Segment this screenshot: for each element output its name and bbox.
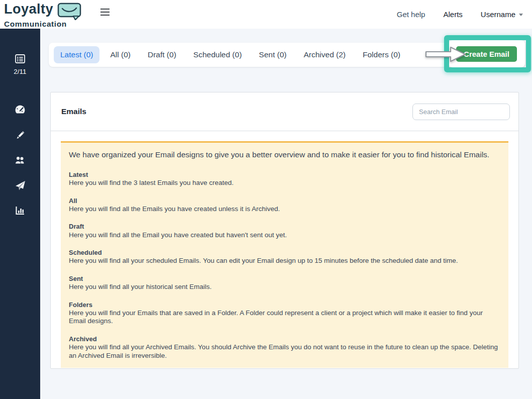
chevron-down-icon (519, 14, 523, 16)
info-section-sent: Sent Here you will find all your histori… (69, 275, 499, 291)
info-body: Here you will find all your Archived Ema… (69, 343, 499, 360)
info-section-latest: Latest Here you will find the 3 latest E… (69, 171, 499, 187)
tab-latest[interactable]: Latest (0) (54, 46, 99, 63)
info-section-scheduled: Scheduled Here you will find all your sc… (69, 249, 499, 265)
email-tabs: Latest (0) All (0) Draft (0) Scheduled (… (49, 43, 485, 67)
sidebar-item-send[interactable] (14, 179, 26, 191)
top-header: Loyalty Communication Get help Alerts Us… (0, 0, 532, 29)
sidebar-item-pages[interactable]: 2/11 (14, 53, 26, 75)
info-heading: Folders (69, 301, 499, 309)
info-section-archived: Archived Here you will find all your Arc… (69, 335, 499, 360)
username-label: Username (481, 10, 515, 19)
get-help-link[interactable]: Get help (397, 10, 425, 19)
info-section-all: All Here you will find all the Emails yo… (69, 197, 499, 214)
info-section-draft: Draft Here you will find all the Email y… (69, 223, 499, 239)
info-intro: We have organized your Email designs to … (69, 150, 499, 159)
emails-card-body: We have organized your Email designs to … (51, 131, 518, 378)
emails-card: Emails We have organized your Email desi… (50, 92, 519, 369)
logo-text-line1: Loyalty (4, 2, 53, 17)
tab-all[interactable]: All (0) (103, 46, 137, 63)
info-heading: All (69, 197, 499, 205)
info-heading: Sent (69, 275, 499, 283)
tab-archived[interactable]: Archived (2) (297, 46, 352, 63)
hamburger-menu-icon[interactable] (100, 8, 110, 20)
sidebar-item-statistics[interactable] (14, 205, 26, 217)
send-icon (14, 179, 26, 191)
app-screen: Loyalty Communication Get help Alerts Us… (0, 0, 532, 399)
info-heading: Draft (69, 223, 499, 231)
info-body: Here you will find all your historical s… (69, 283, 499, 291)
info-body: Here you will find all the Email you hav… (69, 231, 499, 239)
emails-card-header: Emails (51, 92, 518, 131)
sidebar-item-contacts[interactable] (14, 154, 26, 166)
info-section-folders: Folders Here you will find your Emails t… (69, 301, 499, 326)
tab-scheduled[interactable]: Scheduled (0) (187, 46, 249, 63)
header-nav: Get help Alerts Username (397, 0, 532, 29)
create-email-button[interactable]: Create Email (456, 46, 517, 62)
info-heading: Latest (69, 171, 499, 179)
info-body: Here you will find all your scheduled Em… (69, 257, 499, 265)
brand-logo[interactable]: Loyalty Communication (4, 2, 82, 29)
list-pages-icon (14, 53, 26, 67)
sidebar-item-dashboard[interactable] (14, 104, 26, 116)
pager-count: 2/11 (14, 68, 26, 75)
page-title: Emails (61, 107, 86, 116)
info-body: Here you will find the 3 latest Emails y… (69, 179, 499, 187)
username-dropdown[interactable]: Username (481, 10, 523, 19)
alerts-link[interactable]: Alerts (443, 10, 462, 19)
info-body: Here you will find your Emails that are … (69, 309, 499, 326)
tab-draft[interactable]: Draft (0) (141, 46, 183, 63)
compose-icon (14, 129, 26, 141)
info-heading: Archived (69, 335, 499, 343)
logo-text-line2: Communication (4, 20, 82, 29)
tab-folders[interactable]: Folders (0) (356, 46, 407, 63)
search-email-input[interactable] (412, 104, 510, 120)
info-body: Here you will find all the Emails you ha… (69, 205, 499, 213)
info-heading: Scheduled (69, 249, 499, 257)
statistics-icon (14, 205, 26, 217)
contacts-icon (14, 154, 26, 166)
dashboard-icon (14, 104, 26, 116)
info-box: We have organized your Email designs to … (61, 141, 508, 368)
sidebar-item-compose[interactable] (14, 129, 26, 141)
sidebar: 2/11 (0, 29, 40, 399)
tab-sent[interactable]: Sent (0) (252, 46, 293, 63)
